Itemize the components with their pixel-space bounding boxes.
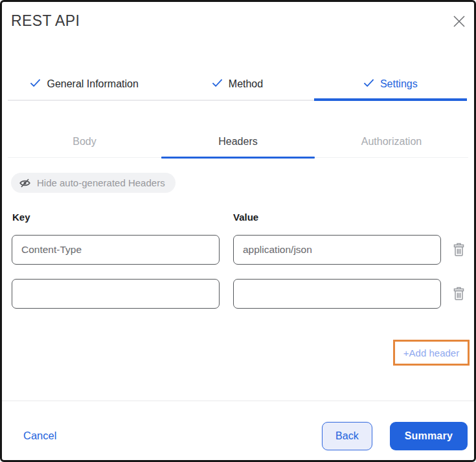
header-value-input-1[interactable] [233, 279, 441, 309]
tab-label: Authorization [361, 136, 422, 148]
hide-auto-generated-headers-toggle[interactable]: Hide auto-generated Headers [11, 173, 176, 193]
rest-api-modal: REST API General Information Method Sett… [0, 0, 476, 462]
value-column-label: Value [233, 212, 258, 223]
header-value-input-0[interactable] [233, 235, 441, 265]
toggle-label: Hide auto-generated Headers [37, 177, 165, 188]
header-key-input-0[interactable] [12, 235, 220, 265]
settings-subtabs: Body Headers Authorization [8, 132, 468, 158]
tab-headers[interactable]: Headers [161, 132, 315, 158]
eye-off-icon [19, 177, 31, 189]
page-title: REST API [11, 12, 80, 30]
tab-label: Headers [218, 136, 257, 148]
add-header-highlight: +Add header [393, 340, 470, 366]
trash-icon [452, 242, 466, 258]
delete-header-button-1[interactable] [449, 285, 468, 303]
step-label: Method [229, 78, 263, 90]
step-label: General Information [47, 78, 138, 90]
tab-body[interactable]: Body [8, 132, 161, 158]
step-general-information[interactable]: General Information [8, 67, 161, 101]
step-method[interactable]: Method [161, 67, 313, 101]
step-label: Settings [380, 78, 418, 90]
header-key-input-1[interactable] [12, 279, 220, 309]
stepper: General Information Method Settings [8, 67, 467, 101]
check-icon [30, 78, 41, 90]
trash-icon [452, 286, 466, 302]
check-icon [363, 78, 374, 90]
modal-footer: Cancel Back Summary [2, 401, 474, 460]
delete-header-button-0[interactable] [449, 241, 468, 259]
summary-button[interactable]: Summary [390, 422, 468, 450]
close-icon[interactable] [451, 13, 468, 30]
key-column-label: Key [12, 212, 30, 223]
back-button[interactable]: Back [322, 422, 372, 450]
cancel-button[interactable]: Cancel [23, 430, 56, 442]
check-icon [212, 78, 223, 90]
step-settings[interactable]: Settings [314, 67, 467, 101]
tab-authorization[interactable]: Authorization [315, 132, 468, 158]
tab-label: Body [73, 136, 96, 148]
add-header-button[interactable]: +Add header [403, 347, 459, 358]
